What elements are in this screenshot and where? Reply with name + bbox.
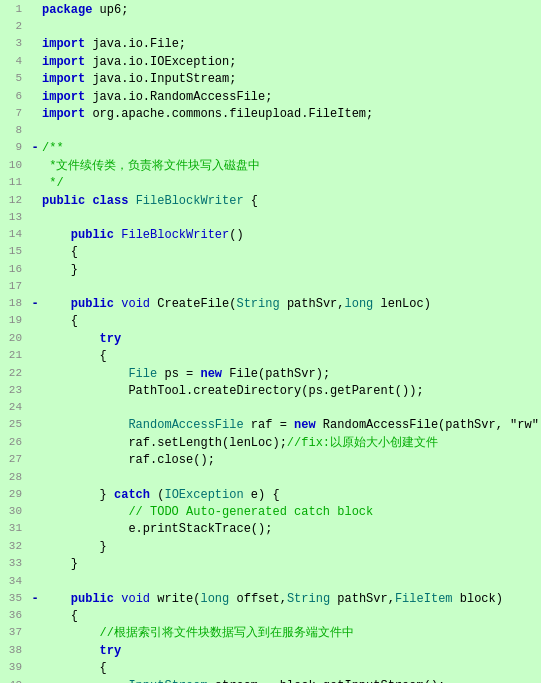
code-line: 33 } xyxy=(0,556,541,573)
line-text: public FileBlockWriter() xyxy=(42,227,541,244)
line-collapse[interactable]: - xyxy=(28,296,42,313)
code-line: 13 xyxy=(0,210,541,227)
line-number: 25 xyxy=(0,417,28,433)
line-number: 15 xyxy=(0,244,28,260)
code-line: 24 xyxy=(0,400,541,417)
line-number: 29 xyxy=(0,487,28,503)
line-text: raf.setLength(lenLoc);//fix:以原始大小创建文件 xyxy=(42,435,541,452)
line-number: 26 xyxy=(0,435,28,451)
code-line: 15 { xyxy=(0,244,541,261)
line-text: RandomAccessFile raf = new RandomAccessF… xyxy=(42,417,541,434)
line-text: /** xyxy=(42,140,541,157)
line-text: raf.close(); xyxy=(42,452,541,469)
line-number: 30 xyxy=(0,504,28,520)
code-line: 14 public FileBlockWriter() xyxy=(0,227,541,244)
line-text: } xyxy=(42,556,541,573)
line-number: 32 xyxy=(0,539,28,555)
code-line: 35- public void write(long offset,String… xyxy=(0,591,541,608)
code-line: 38 try xyxy=(0,643,541,660)
line-text: File ps = new File(pathSvr); xyxy=(42,366,541,383)
line-number: 4 xyxy=(0,54,28,70)
line-number: 23 xyxy=(0,383,28,399)
line-number: 34 xyxy=(0,574,28,590)
line-text: public void write(long offset,String pat… xyxy=(42,591,541,608)
line-text: import java.io.IOException; xyxy=(42,54,541,71)
line-number: 2 xyxy=(0,19,28,35)
code-line: 3import java.io.File; xyxy=(0,36,541,53)
line-number: 9 xyxy=(0,140,28,156)
code-line: 29 } catch (IOException e) { xyxy=(0,487,541,504)
line-number: 31 xyxy=(0,521,28,537)
line-text: try xyxy=(42,331,541,348)
code-line: 25 RandomAccessFile raf = new RandomAcce… xyxy=(0,417,541,434)
line-text: e.printStackTrace(); xyxy=(42,521,541,538)
code-editor: 1package up6;23import java.io.File;4impo… xyxy=(0,0,541,683)
code-line: 30 // TODO Auto-generated catch block xyxy=(0,504,541,521)
line-text: { xyxy=(42,608,541,625)
line-text: } xyxy=(42,539,541,556)
line-text: *文件续传类，负责将文件块写入磁盘中 xyxy=(42,158,541,175)
line-text: import java.io.RandomAccessFile; xyxy=(42,89,541,106)
code-line: 7import org.apache.commons.fileupload.Fi… xyxy=(0,106,541,123)
line-number: 1 xyxy=(0,2,28,18)
line-number: 37 xyxy=(0,625,28,641)
line-number: 11 xyxy=(0,175,28,191)
line-text: package up6; xyxy=(42,2,541,19)
code-line: 9-/** xyxy=(0,140,541,157)
line-text: // TODO Auto-generated catch block xyxy=(42,504,541,521)
line-number: 33 xyxy=(0,556,28,572)
line-text: { xyxy=(42,660,541,677)
code-line: 22 File ps = new File(pathSvr); xyxy=(0,366,541,383)
line-text: } catch (IOException e) { xyxy=(42,487,541,504)
line-collapse[interactable]: - xyxy=(28,140,42,157)
code-line: 8 xyxy=(0,123,541,140)
line-number: 10 xyxy=(0,158,28,174)
line-text: */ xyxy=(42,175,541,192)
code-line: 18- public void CreateFile(String pathSv… xyxy=(0,296,541,313)
code-line: 12public class FileBlockWriter { xyxy=(0,193,541,210)
code-line: 2 xyxy=(0,19,541,36)
code-line: 5import java.io.InputStream; xyxy=(0,71,541,88)
line-text: PathTool.createDirectory(ps.getParent())… xyxy=(42,383,541,400)
line-number: 17 xyxy=(0,279,28,295)
line-number: 6 xyxy=(0,89,28,105)
code-line: 10 *文件续传类，负责将文件块写入磁盘中 xyxy=(0,158,541,175)
code-line: 23 PathTool.createDirectory(ps.getParent… xyxy=(0,383,541,400)
code-line: 34 xyxy=(0,574,541,591)
line-number: 39 xyxy=(0,660,28,676)
line-collapse[interactable]: - xyxy=(28,591,42,608)
line-text: { xyxy=(42,348,541,365)
line-number: 13 xyxy=(0,210,28,226)
code-line: 27 raf.close(); xyxy=(0,452,541,469)
code-line: 11 */ xyxy=(0,175,541,192)
code-line: 1package up6; xyxy=(0,2,541,19)
line-number: 19 xyxy=(0,313,28,329)
line-number: 36 xyxy=(0,608,28,624)
line-text: public class FileBlockWriter { xyxy=(42,193,541,210)
code-line: 36 { xyxy=(0,608,541,625)
line-number: 24 xyxy=(0,400,28,416)
line-number: 27 xyxy=(0,452,28,468)
code-line: 32 } xyxy=(0,539,541,556)
line-text: public void CreateFile(String pathSvr,lo… xyxy=(42,296,541,313)
line-number: 40 xyxy=(0,678,28,684)
line-number: 3 xyxy=(0,36,28,52)
line-text: InputStream stream = block.getInputStrea… xyxy=(42,678,541,684)
line-number: 38 xyxy=(0,643,28,659)
code-line: 26 raf.setLength(lenLoc);//fix:以原始大小创建文件 xyxy=(0,435,541,452)
code-line: 16 } xyxy=(0,262,541,279)
line-number: 5 xyxy=(0,71,28,87)
line-number: 35 xyxy=(0,591,28,607)
line-text: } xyxy=(42,262,541,279)
line-text: //根据索引将文件块数据写入到在服务端文件中 xyxy=(42,625,541,642)
line-number: 20 xyxy=(0,331,28,347)
line-number: 21 xyxy=(0,348,28,364)
line-number: 22 xyxy=(0,366,28,382)
line-number: 8 xyxy=(0,123,28,139)
line-text: import java.io.InputStream; xyxy=(42,71,541,88)
code-line: 37 //根据索引将文件块数据写入到在服务端文件中 xyxy=(0,625,541,642)
line-text: try xyxy=(42,643,541,660)
code-line: 4import java.io.IOException; xyxy=(0,54,541,71)
code-line: 31 e.printStackTrace(); xyxy=(0,521,541,538)
code-line: 17 xyxy=(0,279,541,296)
